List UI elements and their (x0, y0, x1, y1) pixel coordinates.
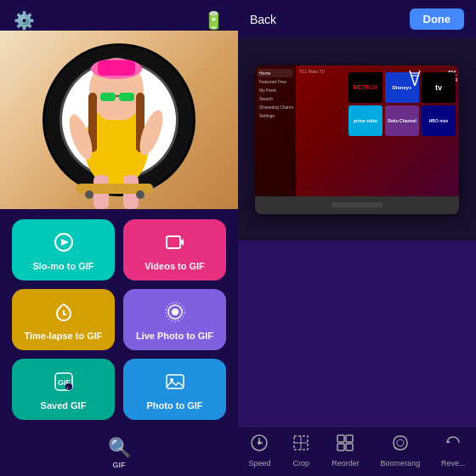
slo-mo-button[interactable]: Slo-mo to GIF (12, 219, 115, 280)
battery-icon: 🔋 (203, 10, 224, 31)
reorder-icon (336, 434, 354, 456)
reverse-icon (444, 434, 462, 456)
live-photo-button[interactable]: Live Photo to GIF (123, 289, 226, 350)
left-header: ⚙️ 🔋 (0, 0, 238, 31)
sidebar-settings: Settings (258, 111, 293, 120)
search-gif-button[interactable]: 🔍 GIF (108, 437, 131, 469)
right-toolbar: Speed Crop Reorder Boomerang Reve... (238, 426, 476, 476)
live-photo-icon (165, 302, 185, 327)
sidebar-featured: Featured Free (258, 77, 293, 86)
speed-label: Speed (248, 459, 270, 468)
svg-rect-43 (337, 444, 344, 450)
boomerang-tool[interactable]: Boomerang (376, 434, 426, 468)
saved-gif-icon: GIF↓ (54, 371, 74, 397)
photo-gif-button[interactable]: Photo to GIF (123, 359, 226, 420)
features-grid: Slo-mo to GIF Videos to GIF Time-lapse t… (0, 209, 238, 430)
tv-screen: TCL Roku TV Home Featured Free My Feed S… (255, 65, 459, 196)
reverse-tool[interactable]: Reve... (436, 434, 471, 468)
back-button[interactable]: Back (250, 13, 276, 26)
svg-marker-45 (447, 439, 450, 443)
videos-icon (165, 232, 185, 258)
svg-rect-16 (98, 120, 135, 154)
svg-rect-42 (346, 435, 353, 442)
search-footer: 🔍 GIF (108, 437, 131, 469)
boomerang-label: Boomerang (381, 459, 421, 468)
svg-point-14 (85, 190, 94, 199)
saved-gif-label: Saved GIF (41, 400, 87, 411)
live-photo-label: Live Photo to GIF (136, 331, 213, 341)
saved-gif-button[interactable]: GIF↓ Saved GIF (12, 359, 115, 420)
svg-rect-44 (346, 444, 353, 450)
crop-tool[interactable]: Crop (286, 434, 315, 468)
hero-image (0, 31, 238, 209)
search-icon: 🔍 (108, 437, 131, 459)
videos-label: Videos to GIF (144, 261, 205, 271)
speed-icon (250, 434, 269, 456)
tv-stand (255, 196, 459, 214)
speed-tool[interactable]: Speed (243, 434, 275, 468)
boomerang-icon (391, 434, 410, 456)
tv-screen-bg: TCL Roku TV Home Featured Free My Feed S… (255, 65, 459, 196)
person-illustration (51, 35, 183, 209)
done-label: Done (423, 13, 451, 26)
sidebar-home: Home (258, 69, 293, 77)
slo-mo-icon (54, 232, 74, 258)
back-label: Back (250, 13, 276, 26)
svg-marker-18 (61, 239, 69, 246)
videos-button[interactable]: Videos to GIF (123, 219, 226, 280)
svg-point-15 (136, 190, 144, 199)
tv-preview-area: TCL Roku TV Home Featured Free My Feed S… (238, 38, 476, 241)
slo-mo-label: Slo-mo to GIF (32, 261, 94, 271)
svg-rect-19 (167, 236, 180, 248)
photo-gif-label: Photo to GIF (147, 400, 203, 411)
roku-tile: Roku Channel (385, 105, 419, 136)
svg-text:↓: ↓ (66, 384, 70, 390)
reorder-label: Reorder (332, 459, 360, 468)
done-button[interactable]: Done (410, 8, 465, 30)
appletv-tile: tv (422, 72, 456, 103)
timelapse-label: Time-lapse to GIF (24, 331, 102, 341)
svg-rect-7 (119, 93, 134, 101)
left-panel: ⚙️ 🔋 (0, 0, 238, 476)
tv-brand-label: TCL Roku TV (299, 69, 325, 74)
tv-apps-grid: NETFLIX Disney+ tv prime video Roku Chan… (348, 72, 456, 136)
svg-rect-28 (167, 375, 184, 388)
reorder-tool[interactable]: Reorder (326, 434, 365, 468)
crop-label: Crop (293, 459, 310, 468)
gif-label: GIF (113, 461, 126, 469)
svg-point-21 (172, 309, 178, 315)
antenna-icon (406, 69, 423, 86)
right-panel: Back Done TCL Roku TV Home Featured Free… (238, 0, 476, 476)
prime-tile: prime video (348, 105, 382, 136)
hbo-tile: HBO max (422, 105, 456, 136)
tv-sidebar: Home Featured Free My Feed Search Stream… (255, 65, 296, 196)
settings-icon[interactable]: ⚙️ (14, 10, 35, 31)
timelapse-icon (54, 302, 74, 327)
tv-stand-base (332, 202, 382, 207)
netflix-tile: NETFLIX (348, 72, 382, 103)
sidebar-search: Search (258, 94, 293, 103)
crop-area[interactable] (238, 241, 476, 426)
sidebar-streaming: Streaming Channels (258, 103, 293, 111)
photo-gif-icon (165, 371, 185, 397)
crop-icon (292, 434, 310, 456)
tv-container: TCL Roku TV Home Featured Free My Feed S… (255, 65, 459, 214)
right-header: Back Done (238, 0, 476, 38)
svg-rect-41 (337, 435, 344, 442)
reverse-label: Reve... (441, 459, 466, 468)
svg-rect-5 (98, 60, 135, 76)
sidebar-myfeed: My Feed (258, 86, 293, 94)
timelapse-button[interactable]: Time-lapse to GIF (12, 289, 115, 350)
svg-rect-6 (100, 93, 116, 101)
